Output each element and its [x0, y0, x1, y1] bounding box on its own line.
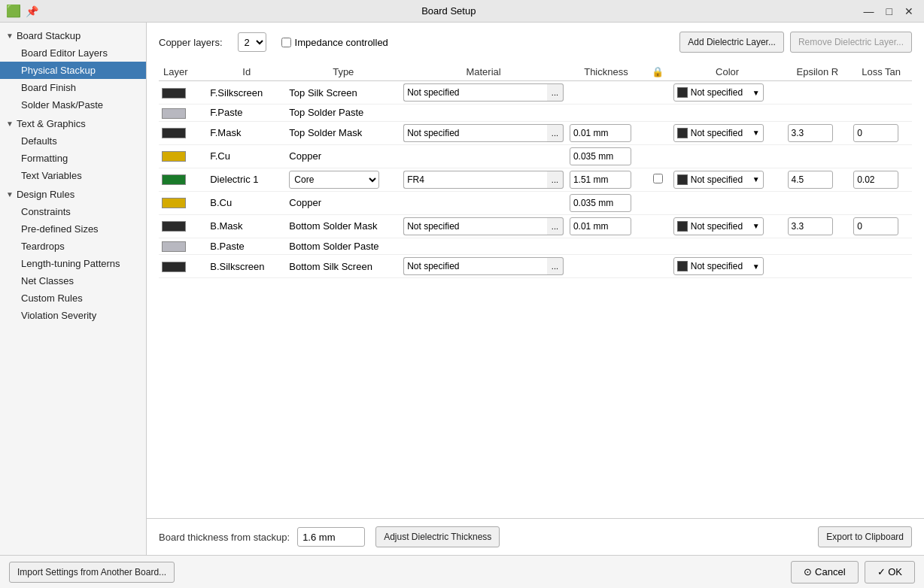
copper-layers-select[interactable]: 2	[238, 32, 266, 52]
sidebar-group-header-text-graphics[interactable]: ▼ Text & Graphics	[0, 115, 146, 132]
layer-type-cell: Copper	[286, 191, 400, 214]
material-input[interactable]	[403, 257, 547, 275]
layer-lock-checkbox[interactable]	[653, 174, 663, 183]
chevron-down-icon: ▼	[752, 262, 760, 271]
layer-material-cell[interactable]: ...	[400, 214, 567, 238]
layer-thickness-cell[interactable]	[567, 121, 646, 144]
material-input[interactable]	[403, 171, 547, 189]
layer-lock-cell	[646, 144, 670, 168]
layer-material-cell[interactable]: ...	[400, 81, 567, 105]
thickness-input[interactable]	[570, 194, 631, 212]
layer-color-cell	[670, 144, 785, 168]
layer-thickness-cell[interactable]	[567, 168, 646, 191]
layer-id-cell: B.Paste	[207, 238, 286, 255]
epsilon-input[interactable]	[788, 171, 833, 189]
sidebar-item-custom-rules[interactable]: Custom Rules	[0, 289, 146, 307]
epsilon-input[interactable]	[788, 124, 833, 142]
thickness-input[interactable]	[570, 124, 631, 142]
layer-thickness-cell[interactable]	[567, 144, 646, 168]
col-header-layer: Layer	[159, 63, 207, 81]
sidebar-item-text-variables[interactable]: Text Variables	[0, 167, 146, 184]
layer-color-cell[interactable]: Not specified▼	[670, 168, 785, 191]
material-input[interactable]	[403, 217, 547, 235]
chevron-down-icon: ▼	[752, 175, 760, 183]
thickness-input[interactable]	[570, 171, 631, 189]
sidebar-item-predefined-sizes[interactable]: Pre-defined Sizes	[0, 220, 146, 238]
thickness-input[interactable]	[570, 217, 631, 235]
layer-color-cell[interactable]: Not specified▼	[670, 255, 785, 278]
color-select-button[interactable]: Not specified▼	[673, 171, 764, 189]
layer-type-select[interactable]: CorePrePreg	[289, 171, 379, 189]
layer-lock-cell	[646, 81, 670, 105]
layer-material-cell[interactable]: ...	[400, 168, 567, 191]
layer-losstan-cell[interactable]	[850, 214, 912, 238]
sidebar-item-length-tuning[interactable]: Length-tuning Patterns	[0, 255, 146, 272]
material-browse-button[interactable]: ...	[547, 217, 564, 235]
col-header-id: Id	[207, 63, 286, 81]
sidebar-item-board-editor-layers[interactable]: Board Editor Layers	[0, 44, 146, 62]
losstan-input[interactable]	[853, 217, 898, 235]
layer-material-cell[interactable]: ...	[400, 121, 567, 144]
layer-epsilon-cell[interactable]	[785, 121, 851, 144]
export-clipboard-button[interactable]: Export to Clipboard	[818, 526, 912, 547]
sidebar-item-violation-severity[interactable]: Violation Severity	[0, 307, 146, 324]
sidebar-group-label-text-graphics: Text & Graphics	[17, 118, 86, 129]
layer-lock-cell	[646, 238, 670, 255]
layer-lock-cell[interactable]	[646, 168, 670, 191]
sidebar-item-constraints[interactable]: Constraints	[0, 203, 146, 220]
material-browse-button[interactable]: ...	[547, 83, 564, 102]
color-select-button[interactable]: Not specified▼	[673, 217, 764, 235]
minimize-button[interactable]: —	[859, 4, 879, 19]
adjust-dielectric-button[interactable]: Adjust Dielectric Thickness	[375, 526, 500, 547]
layer-color-cell[interactable]: Not specified▼	[670, 81, 785, 105]
impedance-controlled-label[interactable]: Impedance controlled	[281, 37, 388, 48]
cancel-button[interactable]: ⊙ Cancel	[791, 561, 858, 583]
layer-color-swatch	[162, 221, 186, 232]
color-select-button[interactable]: Not specified▼	[673, 124, 764, 142]
material-browse-button[interactable]: ...	[547, 257, 564, 275]
layer-material-cell[interactable]: ...	[400, 255, 567, 278]
layer-type-cell[interactable]: CorePrePreg	[286, 168, 400, 191]
material-browse-button[interactable]: ...	[547, 124, 564, 142]
thickness-input[interactable]	[570, 147, 631, 165]
sidebar-item-net-classes[interactable]: Net Classes	[0, 272, 146, 289]
sidebar-item-defaults[interactable]: Defaults	[0, 132, 146, 150]
color-select-button[interactable]: Not specified▼	[673, 257, 764, 275]
layer-losstan-cell[interactable]	[850, 168, 912, 191]
import-settings-button[interactable]: Import Settings from Another Board...	[9, 562, 175, 583]
layer-losstan-cell	[850, 238, 912, 255]
layer-color-swatch	[162, 151, 186, 162]
sidebar-item-solder-mask-paste[interactable]: Solder Mask/Paste	[0, 96, 146, 114]
material-browse-button[interactable]: ...	[547, 171, 564, 189]
ok-button[interactable]: ✓ OK	[865, 561, 915, 583]
sidebar-group-header-board-stackup[interactable]: ▼ Board Stackup	[0, 27, 146, 44]
sidebar-item-physical-stackup[interactable]: Physical Stackup	[0, 62, 146, 79]
layer-epsilon-cell[interactable]	[785, 168, 851, 191]
layer-losstan-cell[interactable]	[850, 121, 912, 144]
losstan-input[interactable]	[853, 124, 898, 142]
epsilon-input[interactable]	[788, 217, 833, 235]
layer-epsilon-cell	[785, 144, 851, 168]
sidebar-group-header-design-rules[interactable]: ▼ Design Rules	[0, 186, 146, 203]
sidebar-item-teardrops[interactable]: Teardrops	[0, 238, 146, 255]
maximize-button[interactable]: □	[882, 4, 897, 19]
layer-color-cell[interactable]: Not specified▼	[670, 214, 785, 238]
material-input[interactable]	[403, 83, 547, 102]
close-button[interactable]: ✕	[900, 4, 918, 19]
sidebar-item-board-finish[interactable]: Board Finish	[0, 79, 146, 96]
layer-type-cell: Bottom Silk Screen	[286, 255, 400, 278]
add-dielectric-button[interactable]: Add Dielectric Layer...	[679, 32, 784, 53]
layer-thickness-cell[interactable]	[567, 191, 646, 214]
layer-thickness-cell[interactable]	[567, 214, 646, 238]
color-select-button[interactable]: Not specified▼	[673, 83, 764, 102]
layer-epsilon-cell[interactable]	[785, 214, 851, 238]
losstan-input[interactable]	[853, 171, 898, 189]
col-header-epsilon: Epsilon R	[785, 63, 851, 81]
remove-dielectric-button[interactable]: Remove Dielectric Layer...	[790, 32, 912, 53]
material-input[interactable]	[403, 124, 547, 142]
sidebar-item-formatting[interactable]: Formatting	[0, 150, 146, 167]
cancel-icon: ⊙	[804, 566, 812, 577]
impedance-controlled-checkbox[interactable]	[281, 38, 291, 47]
layer-type-cell: Copper	[286, 144, 400, 168]
layer-color-cell[interactable]: Not specified▼	[670, 121, 785, 144]
